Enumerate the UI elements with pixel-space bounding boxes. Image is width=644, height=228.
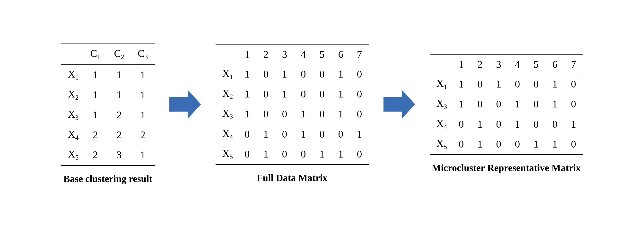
- table-row: X50100110: [216, 144, 369, 164]
- cell-0-1: 0: [257, 64, 275, 84]
- col-header-2: 2: [257, 45, 275, 64]
- cell-2-5: 1: [332, 104, 350, 124]
- table-row: X5231: [61, 145, 154, 165]
- row-label: X3: [216, 104, 238, 124]
- table-row: X11010010: [430, 74, 583, 94]
- arrow-1-container: [170, 90, 201, 138]
- cell-1-3: 1: [508, 94, 527, 114]
- cell-2-6: 0: [350, 104, 369, 124]
- table-row: X11010010: [216, 64, 369, 84]
- cell-4-5: 1: [332, 144, 350, 164]
- cell-0-2: 1: [131, 65, 155, 85]
- section-base-clustering: C1C2C3 X1111X2111X3121X4222X5231 Base cl…: [61, 44, 154, 184]
- col-header-2: 2: [471, 55, 490, 74]
- arrow-2-container: [384, 90, 415, 138]
- cell-4-2: 1: [131, 145, 155, 165]
- row-label: X4: [61, 125, 83, 145]
- cell-1-0: 1: [452, 94, 471, 114]
- cell-2-4: 0: [313, 104, 332, 124]
- col-header-1: C1: [83, 44, 107, 65]
- microcluster-caption: Microcluster Representative Matrix: [432, 162, 580, 174]
- row-label: X3: [61, 105, 83, 125]
- col-header-2: C2: [107, 44, 131, 65]
- cell-2-0: 1: [238, 104, 257, 124]
- row-label: X5: [216, 144, 238, 164]
- cell-1-1: 0: [471, 94, 490, 114]
- row-label: X4: [430, 114, 452, 134]
- cell-0-6: 0: [350, 64, 369, 84]
- col-header-5: 5: [527, 55, 546, 74]
- full-data-table: 1234567 X11010010X21010010X31001010X4010…: [216, 44, 369, 165]
- svg-marker-1: [384, 90, 415, 119]
- cell-3-2: 0: [490, 134, 508, 154]
- cell-1-4: 0: [527, 94, 546, 114]
- cell-0-3: 0: [508, 74, 527, 94]
- cell-4-2: 0: [275, 144, 294, 164]
- section-full-data: 1234567 X11010010X21010010X31001010X4010…: [216, 44, 369, 184]
- cell-3-0: 2: [83, 125, 107, 145]
- cell-3-3: 1: [294, 124, 313, 144]
- cell-1-6: 0: [350, 84, 369, 104]
- cell-1-0: 1: [238, 84, 257, 104]
- cell-3-6: 0: [564, 134, 583, 154]
- col-header-5: 5: [313, 45, 332, 64]
- cell-1-3: 0: [294, 84, 313, 104]
- col-header-1: 1: [238, 45, 257, 64]
- cell-1-1: 0: [257, 84, 275, 104]
- arrow-2-icon: [384, 90, 415, 119]
- table-row: X31001010: [430, 94, 583, 114]
- cell-3-6: 1: [350, 124, 369, 144]
- cell-3-0: 0: [238, 124, 257, 144]
- col-header-0: [61, 44, 83, 65]
- cell-0-3: 0: [294, 64, 313, 84]
- base-clustering-table: C1C2C3 X1111X2111X3121X4222X5231: [61, 44, 154, 166]
- cell-1-2: 1: [131, 85, 155, 105]
- row-label: X2: [61, 85, 83, 105]
- col-header-0: [216, 45, 238, 64]
- cell-3-4: 1: [527, 134, 546, 154]
- table-row: X50100110: [430, 134, 583, 154]
- cell-3-3: 0: [508, 134, 527, 154]
- cell-2-0: 1: [83, 105, 107, 125]
- table-wrapper-2: 1234567 X11010010X21010010X31001010X4010…: [216, 44, 369, 165]
- table-row: X31001010: [216, 104, 369, 124]
- cell-2-3: 1: [294, 104, 313, 124]
- row-label: X1: [61, 65, 83, 85]
- col-header-7: 7: [350, 45, 369, 64]
- row-label: X2: [216, 84, 238, 104]
- cell-3-1: 1: [471, 134, 490, 154]
- table-row: X3121: [61, 105, 154, 125]
- col-header-3: C3: [131, 44, 155, 65]
- cell-3-4: 0: [313, 124, 332, 144]
- cell-0-1: 1: [107, 65, 131, 85]
- cell-3-1: 1: [257, 124, 275, 144]
- cell-1-5: 1: [546, 94, 564, 114]
- table-row: X40101001: [216, 124, 369, 144]
- cell-0-1: 0: [471, 74, 490, 94]
- full-data-caption: Full Data Matrix: [257, 172, 327, 184]
- table-row: X1111: [61, 65, 154, 85]
- cell-3-5: 0: [332, 124, 350, 144]
- main-container: C1C2C3 X1111X2111X3121X4222X5231 Base cl…: [0, 0, 644, 228]
- cell-0-6: 0: [564, 74, 583, 94]
- cell-0-0: 1: [238, 64, 257, 84]
- cell-0-5: 1: [332, 64, 350, 84]
- cell-0-2: 1: [275, 64, 294, 84]
- cell-1-5: 1: [332, 84, 350, 104]
- cell-2-1: 1: [471, 114, 490, 134]
- cell-2-6: 1: [564, 114, 583, 134]
- cell-4-6: 0: [350, 144, 369, 164]
- col-header-1: 1: [452, 55, 471, 74]
- table-row: X4222: [61, 125, 154, 145]
- cell-3-1: 2: [107, 125, 131, 145]
- cell-3-5: 1: [546, 134, 564, 154]
- cell-4-0: 2: [83, 145, 107, 165]
- cell-4-1: 3: [107, 145, 131, 165]
- cell-0-0: 1: [452, 74, 471, 94]
- table-row: X21010010: [216, 84, 369, 104]
- col-header-0: [430, 55, 452, 74]
- table-wrapper-3: 1234567 X11010010X31001010X40101001X5010…: [430, 54, 583, 155]
- cell-4-3: 0: [294, 144, 313, 164]
- col-header-6: 6: [332, 45, 350, 64]
- cell-2-2: 0: [490, 114, 508, 134]
